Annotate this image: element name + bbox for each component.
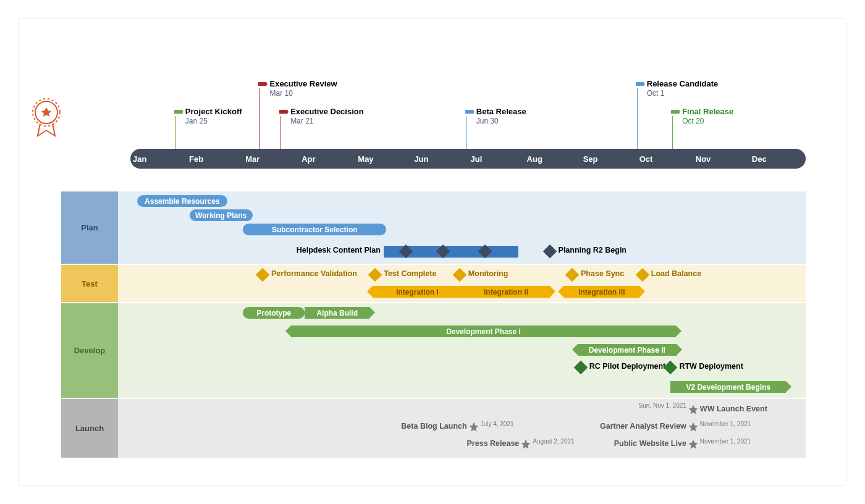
milestone-diamond-label: Monitoring: [468, 269, 508, 278]
flag-icon: [279, 109, 289, 116]
swimlane-label-plan: Plan: [61, 191, 118, 264]
month-label: May: [355, 154, 411, 164]
milestone-title: Beta Release: [476, 107, 526, 116]
launch-date: July 4, 2021: [481, 421, 514, 427]
swimlane-label-test: Test: [61, 265, 118, 302]
plan-task: Subcontractor Selection: [243, 224, 386, 235]
award-ribbon-icon: [28, 96, 65, 141]
month-label: Jun: [411, 154, 468, 164]
milestone-diamond-label: Phase Sync: [581, 269, 624, 278]
launch-label: Gartner Analyst Review: [600, 422, 686, 430]
milestone-flag: Beta ReleaseJun 30: [466, 53, 590, 149]
milestone-diamond-label: RC Pilot Deployment: [589, 362, 666, 371]
v2-bar: V2 Development Begins: [670, 381, 786, 393]
flag-icon: [258, 81, 268, 88]
month-label: Jan: [130, 154, 187, 164]
launch-label: Beta Blog Launch: [401, 422, 466, 430]
milestone-date: Oct 1: [647, 89, 665, 98]
month-axis: JanFebMarAprMayJunJulAugSepOctNovDec: [130, 149, 806, 169]
prototype-bar: Prototype: [243, 307, 305, 319]
launch-date: November 1, 2021: [700, 421, 749, 427]
month-label: Aug: [525, 154, 581, 164]
launch-date: November 1, 2021: [700, 438, 749, 445]
dev-phase2: Development Phase II: [578, 344, 676, 356]
launch-date: August 2, 2021: [533, 438, 574, 445]
launch-star-icon: [688, 421, 699, 432]
month-label: Jul: [468, 154, 524, 164]
launch-star-icon: [468, 421, 479, 432]
launch-star-icon: [688, 404, 699, 415]
milestone-diamond-label: Performance Validation: [271, 269, 357, 278]
launch-label: Public Website Live: [614, 439, 686, 448]
flag-icon: [671, 109, 681, 116]
helpdesk-label: Helpdesk Content Plan: [297, 246, 381, 254]
chart-frame: JanFebMarAprMayJunJulAugSepOctNovDec Pla…: [19, 19, 846, 485]
flag-icon: [465, 109, 475, 116]
alpha-bar: Alpha Build: [305, 307, 369, 319]
integration-bar: Integration I: [373, 286, 463, 298]
launch-date: Sun, Nov 1, 2021: [639, 402, 686, 409]
milestone-flag: Executive DecisionMar 21: [281, 53, 404, 149]
milestone-date: Oct 20: [682, 117, 704, 125]
integration-bar: Integration III: [563, 286, 639, 298]
integration-bar: Integration II: [462, 286, 549, 298]
milestone-date: Mar 21: [290, 117, 313, 125]
plan-task: Assemble Resources: [137, 195, 227, 207]
milestone-diamond-label: Test Complete: [384, 269, 436, 278]
milestone-date: Jan 25: [185, 117, 208, 125]
flag-icon: [636, 81, 646, 88]
milestone-title: Final Release: [682, 107, 733, 116]
milestone-date: Jun 30: [476, 117, 499, 125]
launch-label: Press Release: [467, 439, 520, 448]
milestone-diamond-label: RTW Deployment: [679, 362, 743, 371]
milestone-title: Executive Decision: [290, 107, 364, 116]
milestone-diamond-label: Load Balance: [651, 269, 701, 278]
launch-star-icon: [688, 439, 699, 450]
month-label: Dec: [749, 154, 806, 164]
month-label: Oct: [637, 154, 693, 164]
swimlane-label-develop: Develop: [61, 303, 118, 398]
swimlane-label-launch: Launch: [61, 399, 118, 458]
month-label: Apr: [299, 154, 355, 164]
milestone-flag: Final ReleaseOct 20: [672, 53, 796, 149]
milestone-title: Project Kickoff: [185, 107, 242, 116]
launch-label: WW Launch Event: [700, 405, 767, 413]
month-label: Nov: [693, 154, 749, 164]
month-label: Feb: [187, 154, 243, 164]
month-label: Sep: [581, 154, 637, 164]
milestone-diamond-label: Planning R2 Begin: [559, 246, 627, 254]
gantt-chart: JanFebMarAprMayJunJulAugSepOctNovDec Pla…: [61, 53, 806, 467]
dev-phase1: Development Phase I: [291, 326, 677, 337]
plan-task: Working Plans: [190, 209, 253, 221]
launch-star-icon: [520, 439, 531, 450]
month-label: Mar: [243, 154, 299, 164]
flag-icon: [174, 109, 184, 116]
